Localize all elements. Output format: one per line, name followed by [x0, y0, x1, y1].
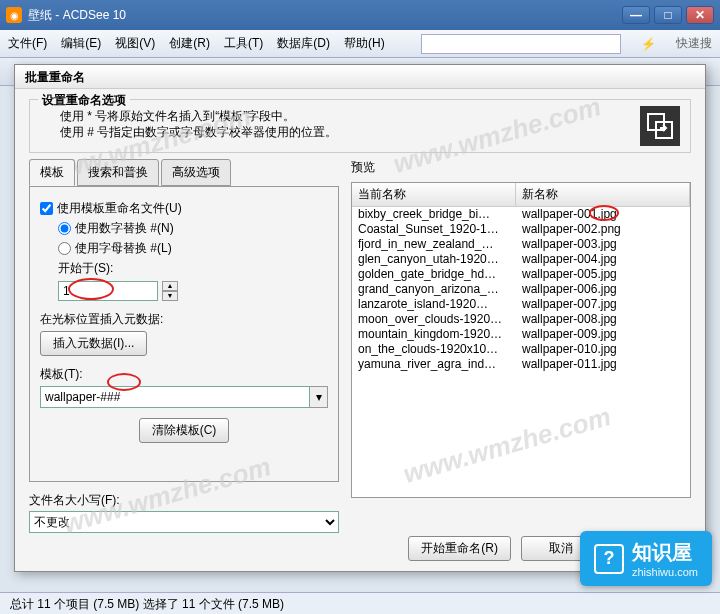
tab-advanced[interactable]: 高级选项: [161, 159, 231, 186]
cell-current: glen_canyon_utah-1920…: [358, 252, 522, 267]
menu-create[interactable]: 创建(R): [169, 35, 210, 52]
use-number-radio[interactable]: 使用数字替换 #(N): [58, 220, 328, 237]
app-icon: ◉: [6, 7, 22, 23]
cell-current: moon_over_clouds-1920…: [358, 312, 522, 327]
cell-new: wallpaper-005.jpg: [522, 267, 684, 282]
tab-body: 使用模板重命名文件(U) 使用数字替换 #(N) 使用字母替换 #(L) 开始于…: [29, 186, 339, 482]
cell-new: wallpaper-011.jpg: [522, 357, 684, 372]
minimize-button[interactable]: —: [622, 6, 650, 24]
cell-current: fjord_in_new_zealand_…: [358, 237, 522, 252]
template-dropdown-icon[interactable]: ▾: [310, 386, 328, 408]
insert-meta-button[interactable]: 插入元数据(I)...: [40, 331, 147, 356]
right-panel: 预览 当前名称 新名称 bixby_creek_bridge_bi…wallpa…: [351, 159, 691, 533]
use-alpha-radio[interactable]: 使用字母替换 #(L): [58, 240, 328, 257]
template-input[interactable]: [40, 386, 310, 408]
statusbar: 总计 11 个项目 (7.5 MB) 选择了 11 个文件 (7.5 MB): [0, 592, 720, 614]
cell-new: wallpaper-008.jpg: [522, 312, 684, 327]
menu-file[interactable]: 文件(F): [8, 35, 47, 52]
options-legend: 设置重命名选项: [38, 92, 130, 109]
menu-help[interactable]: 帮助(H): [344, 35, 385, 52]
close-button[interactable]: ✕: [686, 6, 714, 24]
menu-edit[interactable]: 编辑(E): [61, 35, 101, 52]
start-rename-button[interactable]: 开始重命名(R): [408, 536, 511, 561]
cell-current: yamuna_river_agra_ind…: [358, 357, 522, 372]
window-titlebar: ◉ 壁纸 - ACDSee 10 — □ ✕: [0, 0, 720, 30]
table-row[interactable]: on_the_clouds-1920x10…wallpaper-010.jpg: [352, 342, 690, 357]
cell-new: wallpaper-002.png: [522, 222, 684, 237]
cell-current: bixby_creek_bridge_bi…: [358, 207, 522, 222]
cell-new: wallpaper-001.jpg: [522, 207, 684, 222]
cell-current: grand_canyon_arizona_…: [358, 282, 522, 297]
table-row[interactable]: lanzarote_island-1920…wallpaper-007.jpg: [352, 297, 690, 312]
cell-current: Coastal_Sunset_1920-1…: [358, 222, 522, 237]
search-icon[interactable]: ⚡: [641, 37, 656, 51]
quick-search-label[interactable]: 快速搜: [676, 35, 712, 52]
left-panel: 模板 搜索和普换 高级选项 使用模板重命名文件(U) 使用数字替换 #(N) 使…: [29, 159, 339, 533]
dialog-title: 批量重命名: [15, 65, 705, 89]
cell-new: wallpaper-006.jpg: [522, 282, 684, 297]
cell-current: golden_gate_bridge_hd…: [358, 267, 522, 282]
table-row[interactable]: glen_canyon_utah-1920…wallpaper-004.jpg: [352, 252, 690, 267]
preview-label: 预览: [351, 159, 691, 176]
template-graphic-icon: [640, 106, 680, 146]
clear-template-button[interactable]: 清除模板(C): [139, 418, 230, 443]
table-row[interactable]: yamuna_river_agra_ind…wallpaper-011.jpg: [352, 357, 690, 372]
maximize-button[interactable]: □: [654, 6, 682, 24]
tab-replace[interactable]: 搜索和普换: [77, 159, 159, 186]
col-current-name[interactable]: 当前名称: [352, 183, 516, 206]
menubar: 文件(F) 编辑(E) 视图(V) 创建(R) 工具(T) 数据库(D) 帮助(…: [0, 30, 720, 58]
case-label: 文件名大小写(F):: [29, 492, 325, 509]
cell-new: wallpaper-010.jpg: [522, 342, 684, 357]
template-label: 模板(T):: [40, 366, 328, 383]
case-select[interactable]: 不更改: [29, 511, 339, 533]
batch-rename-dialog: 批量重命名 设置重命名选项 使用 * 号将原始文件名插入到“模板”字段中。 使用…: [14, 64, 706, 572]
tip-line-2: 使用 # 号指定由数字或字母数字校举器使用的位置。: [60, 124, 678, 140]
cell-current: on_the_clouds-1920x10…: [358, 342, 522, 357]
col-new-name[interactable]: 新名称: [516, 183, 690, 206]
cell-new: wallpaper-009.jpg: [522, 327, 684, 342]
table-row[interactable]: mountain_kingdom-1920…wallpaper-009.jpg: [352, 327, 690, 342]
table-row[interactable]: bixby_creek_bridge_bi…wallpaper-001.jpg: [352, 207, 690, 222]
insert-meta-label: 在光标位置插入元数据:: [40, 311, 328, 328]
cell-current: mountain_kingdom-1920…: [358, 327, 522, 342]
cell-new: wallpaper-004.jpg: [522, 252, 684, 267]
menu-tools[interactable]: 工具(T): [224, 35, 263, 52]
start-at-input[interactable]: [58, 281, 158, 301]
watermark-badge: ? 知识屋 zhishiwu.com: [580, 531, 712, 586]
tab-template[interactable]: 模板: [29, 159, 75, 186]
table-row[interactable]: Coastal_Sunset_1920-1…wallpaper-002.png: [352, 222, 690, 237]
menu-database[interactable]: 数据库(D): [277, 35, 330, 52]
window-title: 壁纸 - ACDSee 10: [28, 7, 622, 24]
table-row[interactable]: golden_gate_bridge_hd…wallpaper-005.jpg: [352, 267, 690, 282]
cell-new: wallpaper-007.jpg: [522, 297, 684, 312]
search-input[interactable]: [421, 34, 621, 54]
menu-view[interactable]: 视图(V): [115, 35, 155, 52]
start-spinner[interactable]: ▲▼: [162, 281, 178, 301]
table-row[interactable]: moon_over_clouds-1920…wallpaper-008.jpg: [352, 312, 690, 327]
start-at-label: 开始于(S):: [58, 260, 328, 277]
cell-new: wallpaper-003.jpg: [522, 237, 684, 252]
badge-icon: ?: [594, 544, 624, 574]
use-template-checkbox[interactable]: 使用模板重命名文件(U): [40, 200, 328, 217]
badge-brand: 知识屋: [632, 539, 698, 566]
badge-url: zhishiwu.com: [632, 566, 698, 578]
options-group: 设置重命名选项 使用 * 号将原始文件名插入到“模板”字段中。 使用 # 号指定…: [29, 99, 691, 153]
tip-line-1: 使用 * 号将原始文件名插入到“模板”字段中。: [60, 108, 678, 124]
cell-current: lanzarote_island-1920…: [358, 297, 522, 312]
table-row[interactable]: fjord_in_new_zealand_…wallpaper-003.jpg: [352, 237, 690, 252]
table-row[interactable]: grand_canyon_arizona_…wallpaper-006.jpg: [352, 282, 690, 297]
preview-table: 当前名称 新名称 bixby_creek_bridge_bi…wallpaper…: [351, 182, 691, 498]
